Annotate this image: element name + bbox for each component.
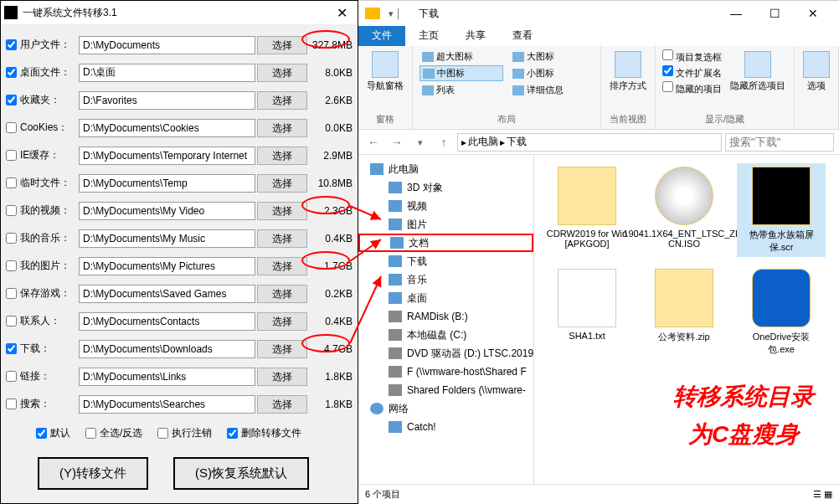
opt-default[interactable]: 默认 <box>36 426 70 440</box>
path-input[interactable] <box>79 257 255 275</box>
tree-node[interactable]: 3D 对象 <box>358 178 533 197</box>
chk-extensions[interactable]: 文件扩展名 <box>662 65 722 80</box>
opt-delete[interactable]: 删除转移文件 <box>227 426 301 440</box>
layout-xl[interactable]: 超大图标 <box>420 49 503 64</box>
select-button[interactable]: 选择 <box>257 64 307 82</box>
select-button[interactable]: 选择 <box>257 368 307 386</box>
minimize-button[interactable]: — <box>717 7 755 20</box>
select-button[interactable]: 选择 <box>257 91 307 110</box>
file-item[interactable]: CDRW2019 for Win [APKGOD] <box>543 163 631 257</box>
tree-node[interactable]: 视频 <box>358 197 533 215</box>
file-item[interactable]: 热带鱼水族箱屏保.scr <box>737 163 826 257</box>
row-checkbox[interactable] <box>6 371 17 382</box>
tree-node[interactable]: 图片 <box>358 215 533 234</box>
hide-button[interactable]: 隐藏所选项目 <box>728 49 787 95</box>
row-checkbox[interactable] <box>6 260 17 271</box>
select-button[interactable]: 选择 <box>257 229 307 248</box>
breadcrumb[interactable]: ▸此电脑▸下载 <box>457 133 722 152</box>
path-input[interactable] <box>79 119 255 137</box>
select-button[interactable]: 选择 <box>257 36 307 54</box>
file-item[interactable]: OneDrive安装包.exe <box>737 265 826 359</box>
close-button[interactable]: ✕ <box>794 7 832 20</box>
tree-node[interactable]: Catch! <box>358 418 533 436</box>
row-checkbox[interactable] <box>6 39 17 50</box>
up-button[interactable]: ↑ <box>434 132 454 152</box>
row-checkbox[interactable] <box>6 67 17 78</box>
layout-detail[interactable]: 详细信息 <box>510 83 594 97</box>
size-label: 0.2KB <box>307 288 353 300</box>
row-checkbox[interactable] <box>6 150 17 161</box>
tree-node[interactable]: 桌面 <box>358 289 533 307</box>
row-checkbox[interactable] <box>6 399 17 409</box>
row-checkbox[interactable] <box>6 316 17 327</box>
search-input[interactable] <box>725 133 834 152</box>
tree-node[interactable]: DVD 驱动器 (D:) LTSC.2019. <box>358 344 533 363</box>
migration-row: 联系人： 选择 0.4KB <box>6 307 353 335</box>
path-input[interactable] <box>79 312 255 331</box>
path-input[interactable] <box>79 174 255 193</box>
tree-node[interactable]: F (\\vmware-host\Shared F <box>358 363 533 381</box>
tab-0[interactable]: 文件 <box>358 26 405 46</box>
tree-node[interactable]: 本地磁盘 (C:) <box>358 326 533 344</box>
history-button[interactable]: ▾ <box>410 132 430 152</box>
row-checkbox[interactable] <box>6 177 17 188</box>
layout-lg[interactable]: 大图标 <box>510 49 594 64</box>
tree-node[interactable]: 网络 <box>358 399 533 418</box>
row-checkbox[interactable] <box>6 343 17 354</box>
path-input[interactable] <box>79 36 255 54</box>
tree-node[interactable]: 此电脑 <box>358 160 533 178</box>
tab-3[interactable]: 查看 <box>499 26 546 46</box>
select-button[interactable]: 选择 <box>257 147 307 165</box>
path-input[interactable] <box>79 91 255 110</box>
select-button[interactable]: 选择 <box>257 395 307 414</box>
row-checkbox[interactable] <box>6 205 17 216</box>
tab-1[interactable]: 主页 <box>405 26 452 46</box>
row-checkbox[interactable] <box>6 233 17 244</box>
row-checkbox[interactable] <box>6 122 17 133</box>
options-button[interactable]: 选项 <box>801 49 831 94</box>
row-checkbox[interactable] <box>6 95 17 105</box>
tree-node[interactable]: RAMDisk (B:) <box>358 307 533 326</box>
path-input[interactable] <box>79 147 255 165</box>
path-input[interactable] <box>79 285 255 303</box>
row-checkbox[interactable] <box>6 288 17 299</box>
select-button[interactable]: 选择 <box>257 312 307 331</box>
file-item[interactable]: 公考资料.zip <box>640 265 728 359</box>
restore-button[interactable]: (S)恢复系统默认 <box>173 457 309 490</box>
maximize-button[interactable]: ☐ <box>755 7 794 20</box>
tree-node[interactable]: 下载 <box>358 252 533 270</box>
select-button[interactable]: 选择 <box>257 257 307 275</box>
path-input[interactable] <box>79 64 255 82</box>
tree-node[interactable]: 音乐 <box>358 270 533 289</box>
path-input[interactable] <box>79 202 255 220</box>
tree-node[interactable]: 文档 <box>358 234 533 252</box>
nav-pane-button[interactable]: 导航窗格 <box>365 49 405 94</box>
tab-2[interactable]: 共享 <box>452 26 499 46</box>
select-button[interactable]: 选择 <box>257 174 307 193</box>
back-button[interactable]: ← <box>363 132 383 152</box>
path-input[interactable] <box>79 340 255 358</box>
view-toggle[interactable]: ☰ ▦ <box>813 489 832 500</box>
path-input[interactable] <box>79 229 255 248</box>
forward-button[interactable]: → <box>387 132 407 152</box>
opt-logout[interactable]: 执行注销 <box>157 426 212 440</box>
select-button[interactable]: 选择 <box>257 119 307 137</box>
path-input[interactable] <box>79 395 255 414</box>
tree-node[interactable]: Shared Folders (\\vmware- <box>358 381 533 399</box>
chk-hidden[interactable]: 隐藏的项目 <box>662 81 722 95</box>
file-item[interactable]: SHA1.txt <box>543 265 631 359</box>
migration-row: 用户文件： 选择 327.8MB <box>6 31 353 59</box>
select-button[interactable]: 选择 <box>257 285 307 303</box>
sort-button[interactable]: 排序方式 <box>608 49 648 94</box>
select-button[interactable]: 选择 <box>257 340 307 358</box>
opt-select-all[interactable]: 全选/反选 <box>85 426 142 440</box>
layout-md[interactable]: 中图标 <box>420 65 503 81</box>
close-button[interactable]: ✕ <box>330 5 354 21</box>
file-item[interactable]: 19041.1X64_ENT_LTSC_ZH-CN.ISO <box>640 163 728 257</box>
path-input[interactable] <box>79 368 255 386</box>
transfer-button[interactable]: (Y)转移文件 <box>38 457 148 490</box>
layout-list[interactable]: 列表 <box>420 83 503 97</box>
chk-checkboxes[interactable]: 项目复选框 <box>662 49 722 64</box>
select-button[interactable]: 选择 <box>257 202 307 220</box>
layout-sm[interactable]: 小图标 <box>510 65 594 81</box>
